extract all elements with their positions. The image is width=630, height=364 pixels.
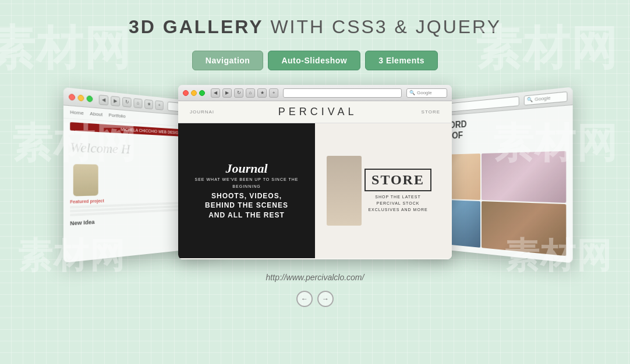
center-home-icon[interactable]: ⌂ (246, 88, 255, 98)
center-browser: ◀ ▶ ↻ ⌂ ★ + 🔍 Google JOURNAl PERCIVAL ST… (178, 85, 452, 259)
center-address-bar[interactable] (283, 88, 402, 98)
left-browser-forward[interactable]: ▶ (111, 95, 120, 106)
reload-icon[interactable]: ↻ (122, 97, 131, 107)
right-search-bar[interactable]: 🔍 Google (524, 91, 568, 105)
plus-icon[interactable]: + (155, 100, 163, 110)
slideshow-button[interactable]: Auto-Slideshow (268, 51, 360, 70)
collage-pink-img (482, 151, 566, 202)
url-section: http://www.percivalclo.com/ (266, 272, 364, 283)
dot-green (87, 95, 93, 102)
center-dot-yellow (191, 90, 197, 96)
store-title: STORE (364, 169, 431, 191)
percival-store-link: STORE (422, 109, 440, 115)
prev-arrow-button[interactable]: ← (296, 291, 313, 307)
left-browser-back[interactable]: ◀ (99, 94, 108, 105)
page-title: 3D GALLERY WITH CSS3 & JQUERY (129, 16, 501, 38)
url-display: http://www.percivalclo.com/ (266, 273, 364, 282)
store-panel: STORE SHOP the LATESTPERCIVAL STOCKEXCLU… (315, 123, 452, 258)
percival-logo: PERCIVAL (214, 106, 422, 118)
elements-button[interactable]: 3 Elements (365, 51, 438, 70)
center-browser-content: JOURNAl PERCIVAL STORE Journal SEE WHAT … (178, 101, 452, 259)
gallery-section: ◀ ▶ ↻ ⌂ ★ + Home About Portfolio MICHELA… (82, 79, 548, 265)
store-sub: SHOP the LATESTPERCIVAL STOCKEXCLUSIVES … (364, 194, 431, 213)
page-wrapper: 3D GALLERY WITH CSS3 & JQUERY Navigation… (0, 0, 630, 364)
journal-sub: SEE WHAT WE'VE BEEN UP TO SINCE THE BEGI… (184, 176, 309, 189)
store-text: STORE SHOP the LATESTPERCIVAL STOCKEXCLU… (359, 163, 437, 219)
journal-text: Journal SEE WHAT WE'VE BEEN UP TO SINCE … (184, 161, 309, 220)
bookmark-icon[interactable]: ★ (144, 99, 153, 109)
journal-body: SHOOTS, VIDEOS,BEHIND THE SCENESAND ALL … (184, 191, 309, 220)
center-search-bar[interactable]: 🔍 Google (406, 88, 447, 98)
journal-panel: Journal SEE WHAT WE'VE BEEN UP TO SINCE … (178, 123, 315, 258)
suitcase-image (73, 164, 98, 196)
left-browser-dots (69, 93, 93, 102)
home-icon[interactable]: ⌂ (133, 98, 142, 108)
center-dot-green (199, 90, 205, 96)
left-nav-about: About (90, 111, 102, 117)
center-browser-forward[interactable]: ▶ (222, 88, 232, 98)
percival-content: Journal SEE WHAT WE'VE BEEN UP TO SINCE … (178, 123, 452, 258)
title-section: 3D GALLERY WITH CSS3 & JQUERY (129, 16, 501, 38)
center-dot-red (183, 90, 189, 96)
center-browser-dots (183, 90, 205, 96)
button-row: Navigation Auto-Slideshow 3 Elements (192, 51, 438, 70)
next-arrow-button[interactable]: → (317, 291, 334, 307)
percival-journal-link: JOURNAl (190, 109, 214, 115)
collage-awards-img (482, 201, 566, 256)
center-browser-back[interactable]: ◀ (211, 88, 220, 98)
center-reload-icon[interactable]: ↻ (234, 88, 243, 98)
center-browser-toolbar: ◀ ▶ ↻ ⌂ ★ + 🔍 Google (178, 85, 452, 101)
navigation-button[interactable]: Navigation (192, 51, 264, 70)
journal-title: Journal (184, 161, 309, 176)
left-nav-home: Home (70, 109, 83, 116)
store-overlay: STORE SHOP the LATESTPERCIVAL STOCKEXCLU… (315, 123, 452, 258)
percival-header: JOURNAl PERCIVAL STORE (178, 101, 452, 123)
center-bookmark-icon[interactable]: ★ (257, 88, 267, 98)
nav-arrows: ← → (296, 291, 334, 307)
dot-yellow (77, 94, 84, 101)
dot-red (69, 93, 75, 100)
left-nav-portfolio: Portfolio (108, 112, 125, 119)
center-plus-icon[interactable]: + (269, 88, 278, 98)
